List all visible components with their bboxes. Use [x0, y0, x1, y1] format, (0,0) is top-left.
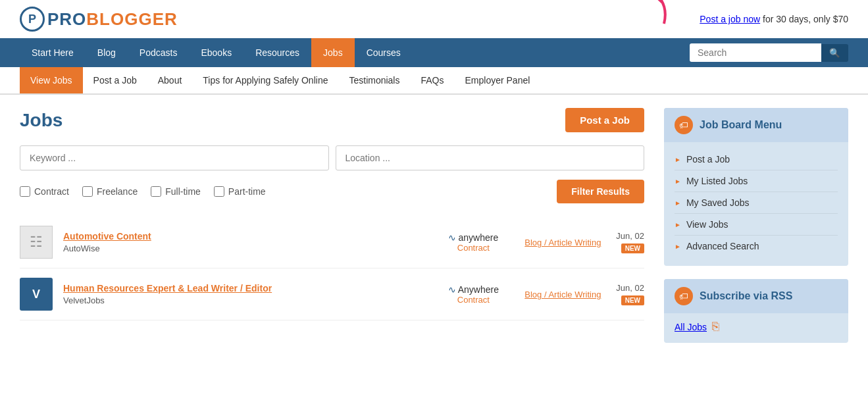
subnav-about[interactable]: About — [147, 67, 193, 93]
filter-parttime-label: Part-time — [228, 186, 266, 197]
subnav-testimonials[interactable]: Testimonials — [338, 67, 410, 93]
rss-feed-icon: ⎘ — [712, 320, 719, 334]
job-company-2: VelvetJobs — [63, 295, 426, 305]
job-date-area-2: Jun, 02 NEW — [616, 283, 644, 305]
nav-podcasts[interactable]: Podcasts — [128, 38, 190, 67]
arrow-icon: ► — [675, 243, 681, 250]
nav-courses[interactable]: Courses — [355, 38, 413, 67]
checkbox-fulltime[interactable] — [151, 186, 161, 197]
subnav-employer-panel[interactable]: Employer Panel — [455, 67, 541, 93]
location-input[interactable] — [336, 145, 645, 170]
sidebar-item-post-job[interactable]: Post a Job — [686, 154, 730, 165]
keyword-input[interactable] — [20, 145, 329, 170]
post-job-promo-link[interactable]: Post a job now — [700, 14, 760, 24]
main-nav: Start Here Blog Podcasts Ebooks Resource… — [0, 38, 868, 67]
subnav-post-job[interactable]: Post a Job — [83, 67, 147, 93]
list-item: ► Post a Job — [675, 149, 838, 170]
job-title-2[interactable]: Human Resources Expert & Lead Writer / E… — [63, 283, 272, 294]
job-date-2: Jun, 02 — [616, 283, 644, 293]
logo-circle: P — [20, 7, 45, 32]
job-company-1: AutoWise — [63, 243, 426, 253]
job-location-text-1: anywhere — [458, 232, 498, 243]
filter-row: Contract Freelance Full-time Part-time F… — [20, 180, 644, 203]
rss-body: All Jobs ⎘ — [664, 313, 848, 343]
sub-nav: View Jobs Post a Job About Tips for Appl… — [0, 67, 868, 95]
job-date-1: Jun, 02 — [616, 231, 644, 241]
job-board-menu-widget: 🏷 Job Board Menu ► Post a Job ► My Liste… — [664, 108, 848, 266]
job-logo-2: V — [20, 278, 53, 311]
sidebar-item-view-jobs[interactable]: View Jobs — [686, 219, 728, 230]
job-location-2: ∿Anywhere Contract — [437, 284, 509, 305]
job-title-1[interactable]: Automotive Content — [63, 231, 151, 242]
arrow-icon: ► — [675, 156, 681, 163]
wifi-icon-2: ∿ — [448, 284, 456, 295]
logo-pro: PRO — [47, 9, 86, 29]
table-row: V Human Resources Expert & Lead Writer /… — [20, 269, 644, 320]
filter-contract[interactable]: Contract — [20, 186, 69, 197]
building-icon: ☷ — [30, 234, 43, 251]
initials-icon-2: V — [32, 288, 40, 301]
nav-start-here[interactable]: Start Here — [20, 38, 86, 67]
subnav-view-jobs[interactable]: View Jobs — [20, 67, 83, 93]
nav-resources[interactable]: Resources — [243, 38, 311, 67]
post-job-button[interactable]: Post a Job — [565, 108, 644, 132]
filter-fulltime[interactable]: Full-time — [151, 186, 201, 197]
sidebar-item-my-listed-jobs[interactable]: My Listed Jobs — [686, 176, 748, 186]
main-content: Jobs Post a Job Contract Freelance Full-… — [20, 108, 644, 356]
job-listings: ☷ Automotive Content AutoWise ∿anywhere … — [20, 217, 644, 320]
filter-contract-label: Contract — [34, 186, 69, 197]
job-category-area-2: Blog / Article Writing — [520, 289, 605, 299]
rss-header-icon: 🏷 — [675, 287, 693, 305]
promo-arrow-icon — [625, 0, 677, 30]
job-info-2: Human Resources Expert & Lead Writer / E… — [63, 283, 426, 305]
checkbox-freelance[interactable] — [82, 186, 93, 197]
search-button[interactable]: 🔍 — [821, 44, 848, 62]
sidebar: 🏷 Job Board Menu ► Post a Job ► My Liste… — [664, 108, 848, 356]
job-logo-1: ☷ — [20, 226, 53, 259]
promo-text: Post a job now for 30 days, only $70 — [700, 14, 848, 24]
nav-blog[interactable]: Blog — [86, 38, 128, 67]
subnav-tips[interactable]: Tips for Applying Safely Online — [192, 67, 338, 93]
top-bar: P PROBLOGGER Post a job now for 30 days,… — [0, 0, 868, 38]
sidebar-item-my-saved-jobs[interactable]: My Saved Jobs — [686, 197, 750, 208]
new-badge-2: NEW — [621, 295, 644, 305]
job-info-1: Automotive Content AutoWise — [63, 231, 426, 253]
nav-ebooks[interactable]: Ebooks — [189, 38, 243, 67]
list-item: All Jobs ⎘ — [675, 320, 838, 334]
list-item: ► My Listed Jobs — [675, 170, 838, 192]
list-item: ► My Saved Jobs — [675, 192, 838, 214]
checkbox-parttime[interactable] — [214, 186, 224, 197]
arrow-icon: ► — [675, 199, 681, 207]
search-icon: 🔍 — [829, 48, 840, 58]
job-date-area-1: Jun, 02 NEW — [616, 231, 644, 253]
widget-header-job-board: 🏷 Job Board Menu — [664, 108, 848, 142]
sidebar-item-advanced-search[interactable]: Advanced Search — [686, 241, 759, 251]
logo: P PROBLOGGER — [20, 7, 178, 32]
list-item: ► Advanced Search — [675, 236, 838, 257]
logo-blogger: BLOGGER — [86, 9, 177, 29]
widget-header-rss: 🏷 Subscribe via RSS — [664, 279, 848, 313]
subnav-faqs[interactable]: FAQs — [410, 67, 454, 93]
checkbox-contract[interactable] — [20, 186, 30, 197]
nav-search-area: 🔍 — [690, 43, 848, 62]
job-location-text-2: Anywhere — [458, 284, 499, 295]
nav-jobs[interactable]: Jobs — [311, 38, 355, 67]
job-type-1: Contract — [437, 243, 509, 253]
arrow-icon: ► — [675, 221, 681, 228]
content-wrapper: Jobs Post a Job Contract Freelance Full-… — [0, 95, 868, 369]
widget-body-job-board: ► Post a Job ► My Listed Jobs ► My Saved… — [664, 142, 848, 266]
job-category-2[interactable]: Blog / Article Writing — [524, 290, 601, 299]
arrow-icon: ► — [675, 178, 681, 185]
job-location-1: ∿anywhere Contract — [437, 232, 509, 253]
job-category-1[interactable]: Blog / Article Writing — [524, 238, 601, 247]
filter-parttime[interactable]: Part-time — [214, 186, 266, 197]
search-input[interactable] — [690, 43, 821, 62]
filter-freelance[interactable]: Freelance — [82, 186, 138, 197]
rss-widget: 🏷 Subscribe via RSS All Jobs ⎘ — [664, 279, 848, 343]
filter-button[interactable]: Filter Results — [557, 180, 644, 203]
filter-freelance-label: Freelance — [97, 186, 138, 197]
jobs-header: Jobs Post a Job — [20, 108, 644, 132]
widget-title-rss: Subscribe via RSS — [700, 290, 792, 302]
rss-all-jobs-link[interactable]: All Jobs — [675, 322, 707, 332]
table-row: ☷ Automotive Content AutoWise ∿anywhere … — [20, 217, 644, 269]
